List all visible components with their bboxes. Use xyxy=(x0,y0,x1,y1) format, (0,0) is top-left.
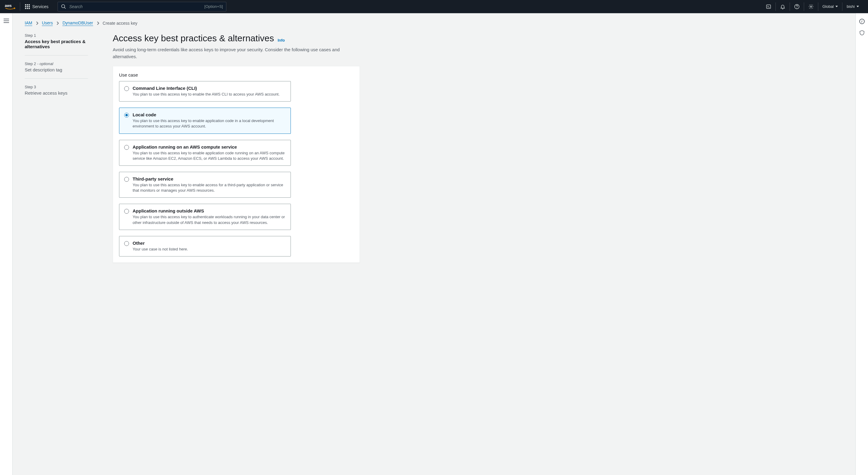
main-content: IAM Users DynamoDBUser Create access key… xyxy=(13,13,855,475)
user-label: bishi xyxy=(846,4,855,9)
gear-icon xyxy=(808,4,814,9)
usecase-option[interactable]: Application running on an AWS compute se… xyxy=(119,140,291,166)
account-menu[interactable]: bishi xyxy=(842,2,863,11)
usecase-option-body: Application running on an AWS compute se… xyxy=(133,145,286,161)
caret-down-icon xyxy=(835,6,838,7)
notifications-button[interactable] xyxy=(776,2,790,11)
usecase-option[interactable]: Local codeYou plan to use this access ke… xyxy=(119,107,291,133)
usecase-option-title: Other xyxy=(133,241,286,246)
services-button[interactable]: Services xyxy=(25,4,53,9)
cloudshell-button[interactable] xyxy=(762,2,776,11)
search-input[interactable] xyxy=(69,4,201,9)
page-description: Avoid using long-term credentials like a… xyxy=(113,46,360,60)
cloudshell-icon xyxy=(766,4,771,9)
usecase-option-body: Local codeYou plan to use this access ke… xyxy=(133,112,286,129)
wizard-step-num-label: Step 2 xyxy=(25,62,36,66)
services-label: Services xyxy=(32,4,49,9)
wizard-step-name: Retrieve access keys xyxy=(25,90,88,96)
usecase-option[interactable]: OtherYour use case is not listed here. xyxy=(119,236,291,256)
svg-point-1 xyxy=(61,4,65,8)
svg-point-5 xyxy=(797,8,797,8)
usecase-option-desc: You plan to use this access key to enabl… xyxy=(133,182,286,193)
side-nav-toggle[interactable] xyxy=(4,19,9,23)
services-grid-icon xyxy=(25,4,30,9)
usecase-option[interactable]: Third-party serviceYou plan to use this … xyxy=(119,172,291,198)
usecase-option-desc: You plan to use this access key to enabl… xyxy=(133,118,286,129)
usecase-option[interactable]: Command Line Interface (CLI)You plan to … xyxy=(119,81,291,102)
left-rail xyxy=(0,13,13,475)
usecase-option-title: Application running outside AWS xyxy=(133,208,286,213)
radio-icon xyxy=(124,209,129,214)
search-icon xyxy=(61,4,66,9)
top-nav: aws Services [Option+S] xyxy=(0,0,868,13)
wizard-content: Access key best practices & alternatives… xyxy=(113,33,360,263)
aws-logo[interactable]: aws xyxy=(5,2,20,11)
aws-logo-icon: aws xyxy=(5,3,16,10)
chevron-right-icon xyxy=(56,22,59,25)
usecase-option-desc: You plan to use this access key to enabl… xyxy=(133,92,286,97)
wizard-step-num-label: Step 3 xyxy=(25,85,36,89)
chevron-right-icon xyxy=(36,22,38,25)
usecase-option-body: Third-party serviceYou plan to use this … xyxy=(133,176,286,193)
help-icon xyxy=(794,4,800,9)
usecase-option-title: Third-party service xyxy=(133,176,286,182)
page-title: Access key best practices & alternatives xyxy=(113,33,274,43)
breadcrumb: IAM Users DynamoDBUser Create access key xyxy=(25,21,843,26)
info-link[interactable]: Info xyxy=(278,38,285,42)
usecase-section-title: Use case xyxy=(119,72,353,77)
search-shortcut-label: [Option+S] xyxy=(204,4,223,9)
usecase-option[interactable]: Application running outside AWSYou plan … xyxy=(119,204,291,230)
wizard-step-name: Set description tag xyxy=(25,67,88,72)
bell-icon xyxy=(780,4,785,9)
search-box[interactable]: [Option+S] xyxy=(58,2,226,11)
usecase-option-body: Command Line Interface (CLI)You plan to … xyxy=(133,86,286,97)
wizard-step-name: Access key best practices & alternatives xyxy=(25,39,88,49)
usecase-option-title: Application running on an AWS compute se… xyxy=(133,145,286,150)
radio-icon xyxy=(124,177,129,182)
right-rail: i xyxy=(855,13,868,475)
wizard-step-1[interactable]: Step 1 Access key best practices & alter… xyxy=(25,33,88,56)
usecase-option-title: Command Line Interface (CLI) xyxy=(133,86,286,91)
radio-icon xyxy=(124,241,129,246)
svg-point-6 xyxy=(810,6,812,7)
help-button[interactable] xyxy=(790,2,804,11)
breadcrumb-users[interactable]: Users xyxy=(42,21,53,26)
breadcrumb-current: Create access key xyxy=(103,21,137,26)
radio-icon xyxy=(124,113,129,118)
radio-icon xyxy=(124,145,129,150)
usecase-option-desc: You plan to use this access key to enabl… xyxy=(133,150,286,161)
usecase-option-desc: You plan to use this access key to authe… xyxy=(133,214,286,225)
page-header: Access key best practices & alternatives… xyxy=(113,33,360,60)
usecase-option-desc: Your use case is not listed here. xyxy=(133,247,286,252)
wizard-step-optional: - optional xyxy=(36,62,53,66)
radio-icon xyxy=(124,86,129,91)
settings-button[interactable] xyxy=(804,2,818,11)
wizard-step-2[interactable]: Step 2 - optional Set description tag xyxy=(25,62,88,79)
wizard-step-num-label: Step 1 xyxy=(25,33,36,38)
security-panel-icon[interactable] xyxy=(859,30,865,36)
usecase-card: Use case Command Line Interface (CLI)You… xyxy=(113,66,360,263)
wizard-step-3[interactable]: Step 3 Retrieve access keys xyxy=(25,85,88,102)
svg-line-2 xyxy=(64,7,66,9)
region-label: Global xyxy=(823,4,834,9)
caret-down-icon xyxy=(857,6,859,7)
info-panel-toggle[interactable]: i xyxy=(859,19,865,24)
chevron-right-icon xyxy=(97,22,99,25)
breadcrumb-dynamodbuser[interactable]: DynamoDBUser xyxy=(62,21,93,26)
top-nav-right: Global bishi xyxy=(762,2,863,11)
region-selector[interactable]: Global xyxy=(818,2,843,11)
breadcrumb-iam[interactable]: IAM xyxy=(25,21,32,26)
svg-text:aws: aws xyxy=(5,4,12,8)
wizard-nav: Step 1 Access key best practices & alter… xyxy=(25,33,88,263)
usecase-option-body: Application running outside AWSYou plan … xyxy=(133,208,286,225)
usecase-option-body: OtherYour use case is not listed here. xyxy=(133,241,286,252)
usecase-option-title: Local code xyxy=(133,112,286,117)
